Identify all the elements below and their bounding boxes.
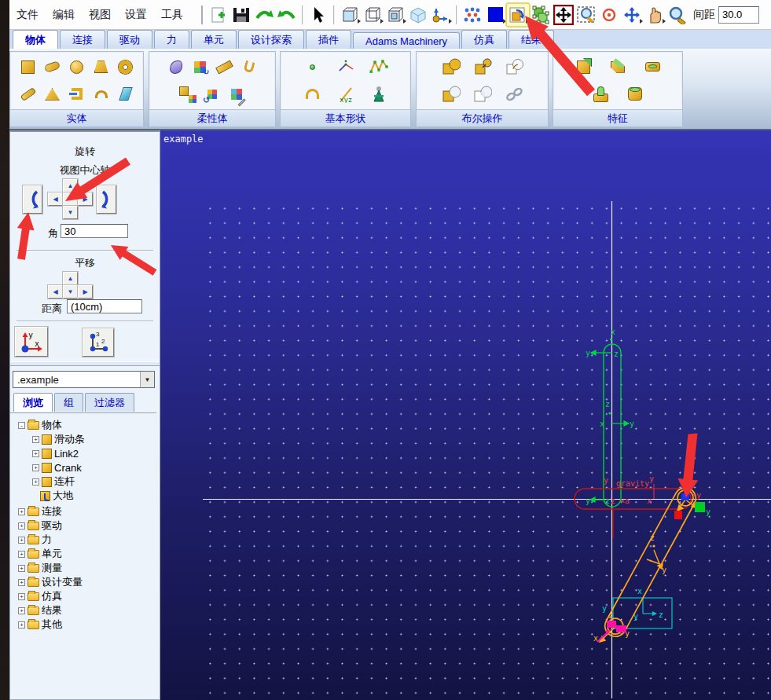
- tab-browse[interactable]: 浏览: [13, 393, 53, 412]
- tab-elements[interactable]: 单元: [191, 30, 237, 49]
- expand-icon[interactable]: +: [18, 607, 25, 614]
- tree-item-link2[interactable]: + Link2: [32, 446, 79, 460]
- new-file-icon[interactable]: [207, 4, 229, 26]
- joint-red-square[interactable]: [674, 511, 682, 519]
- sphere-tool[interactable]: [68, 57, 86, 76]
- expand-icon[interactable]: +: [32, 450, 39, 457]
- view-iso-cube-icon[interactable]: [362, 4, 384, 26]
- tab-adams-machinery[interactable]: Adams Machinery: [353, 32, 460, 49]
- expand-icon[interactable]: +: [18, 522, 25, 530]
- tab-results[interactable]: 结果: [508, 30, 554, 49]
- fit-to-view-icon[interactable]: [530, 4, 552, 26]
- viewport-canvas[interactable]: example x y z z x y y z: [160, 130, 771, 700]
- tree-item-design-variables[interactable]: + 设计变量: [18, 575, 83, 589]
- expand-icon[interactable]: +: [18, 508, 25, 515]
- rotate-cw-button[interactable]: [97, 185, 116, 214]
- translate-left-button[interactable]: ◀: [48, 285, 63, 299]
- pocket-tool[interactable]: [643, 57, 662, 76]
- extrusion-tool[interactable]: [68, 85, 86, 104]
- pan-hand-icon[interactable]: [644, 4, 666, 26]
- xyz-line-tool[interactable]: xyz: [336, 85, 355, 104]
- menu-edit[interactable]: 编辑: [46, 8, 82, 22]
- view-triad-icon[interactable]: [430, 4, 452, 26]
- menu-file[interactable]: 文件: [9, 8, 46, 22]
- joint-green-square[interactable]: [695, 502, 705, 512]
- collapse-icon[interactable]: -: [18, 422, 25, 429]
- expand-icon[interactable]: +: [18, 565, 25, 572]
- tree-item-measures[interactable]: + 测量: [18, 561, 62, 575]
- menu-tools[interactable]: 工具: [154, 8, 190, 22]
- tree-item-forces[interactable]: + 力: [18, 533, 52, 547]
- align-points-button[interactable]: 123: [83, 328, 114, 357]
- expand-icon[interactable]: +: [18, 593, 25, 600]
- merge-tool[interactable]: [473, 57, 492, 76]
- translate-right-button[interactable]: ▶: [78, 285, 93, 299]
- expand-icon[interactable]: +: [32, 464, 39, 471]
- align-xy-button[interactable]: yx: [15, 327, 48, 357]
- zoom-box-icon[interactable]: [575, 4, 597, 26]
- tree-item-results[interactable]: + 结果: [18, 603, 62, 618]
- flex-wand-tool[interactable]: [227, 85, 246, 104]
- tree-item-rod[interactable]: + 连杆: [32, 475, 75, 489]
- tree-item-crank[interactable]: + Crank: [32, 460, 82, 475]
- expand-icon[interactable]: +: [18, 537, 25, 544]
- shaded-cube-icon[interactable]: [407, 4, 429, 26]
- tab-plugins[interactable]: 插件: [306, 30, 351, 49]
- expand-icon[interactable]: +: [18, 551, 25, 558]
- marker-tool[interactable]: [369, 85, 388, 104]
- rotate-ccw-button[interactable]: [23, 185, 42, 214]
- tab-bodies[interactable]: 物体: [13, 30, 58, 49]
- flex-surface-tool[interactable]: [167, 57, 185, 76]
- union-tool[interactable]: [442, 57, 461, 76]
- box-tool[interactable]: [19, 57, 38, 76]
- translate-down-button[interactable]: ▼: [63, 285, 78, 299]
- link-tool[interactable]: [19, 85, 38, 104]
- rigid-to-flex-tool[interactable]: ↻: [191, 57, 210, 76]
- select-cursor-icon[interactable]: [307, 4, 329, 26]
- split-tool[interactable]: [505, 57, 523, 76]
- tree-item-bodies[interactable]: - 物体: [18, 418, 62, 432]
- menu-view[interactable]: 视图: [82, 8, 118, 22]
- chevron-down-icon[interactable]: ▼: [140, 372, 154, 387]
- beam-tool[interactable]: [215, 57, 234, 76]
- torus-tool[interactable]: [116, 57, 135, 76]
- tree-item-connectors[interactable]: + 连接: [18, 504, 62, 519]
- plate-tool[interactable]: [43, 85, 62, 104]
- expand-icon[interactable]: +: [18, 621, 25, 629]
- menu-settings[interactable]: 设置: [118, 8, 154, 22]
- construction-line-tool[interactable]: [336, 57, 355, 76]
- rotate-view-icon[interactable]: [621, 4, 643, 26]
- tree-item-motions[interactable]: + 驱动: [18, 519, 62, 533]
- tab-design-exploration[interactable]: 设计探索: [238, 30, 304, 49]
- chain-tool[interactable]: [505, 85, 523, 104]
- expand-icon[interactable]: +: [32, 436, 39, 443]
- expand-icon[interactable]: +: [18, 579, 25, 586]
- redo-icon[interactable]: [253, 4, 275, 26]
- plane-tool[interactable]: [116, 85, 135, 104]
- expand-icon[interactable]: +: [32, 478, 39, 486]
- angle-input[interactable]: [61, 224, 128, 238]
- view-wire-cube-icon[interactable]: [384, 4, 406, 26]
- rotate-up-button[interactable]: ▲: [63, 179, 78, 192]
- hollow-tool[interactable]: [626, 85, 644, 104]
- view-orientation-icon[interactable]: [507, 4, 529, 26]
- box-to-flex-tool[interactable]: [178, 85, 197, 104]
- tab-motions[interactable]: 驱动: [107, 30, 152, 49]
- undo-icon[interactable]: [276, 4, 298, 26]
- tree-item-slider[interactable]: + 滑动条: [32, 432, 85, 446]
- rotate-left-button[interactable]: ◀: [48, 192, 63, 206]
- distance-input[interactable]: [67, 299, 142, 313]
- arc-tool[interactable]: [303, 85, 322, 104]
- flex-rotate-tool[interactable]: ↺: [203, 85, 222, 104]
- translate-up-button[interactable]: ▲: [63, 272, 78, 285]
- boss-tool[interactable]: [591, 85, 610, 104]
- rotate-center-button[interactable]: [63, 192, 78, 206]
- tab-simulation[interactable]: 仿真: [461, 30, 507, 49]
- view-front-cube-icon[interactable]: [339, 4, 361, 26]
- render-dots-icon[interactable]: [461, 4, 483, 26]
- tab-filters[interactable]: 过滤器: [85, 393, 134, 412]
- translate-view-icon[interactable]: [553, 4, 575, 26]
- tree-item-simulations[interactable]: + 仿真: [18, 589, 62, 603]
- rotate-right-button[interactable]: ▶: [78, 192, 93, 206]
- tree-item-other[interactable]: + 其他: [18, 618, 62, 632]
